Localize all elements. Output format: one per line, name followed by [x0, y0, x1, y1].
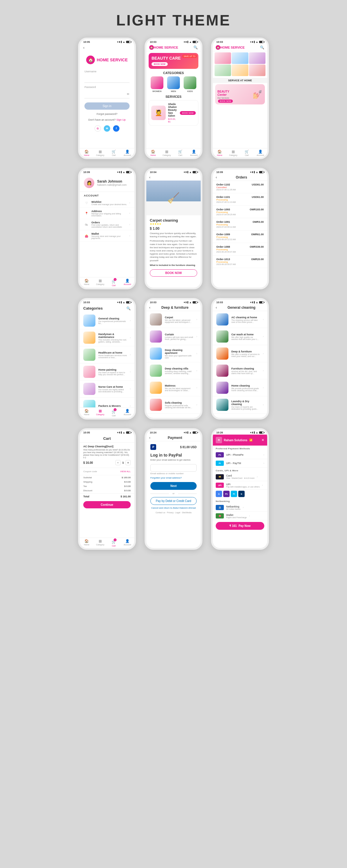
- search-icon[interactable]: 🔍: [126, 306, 131, 310]
- nav-cart[interactable]: 🛒 Cart: [174, 150, 187, 156]
- carpet-thumb: [150, 313, 162, 326]
- svc-deep-furniture[interactable]: Deep & furniture We offer a variety of s…: [213, 345, 267, 362]
- menu-orders[interactable]: 🛍 Orders Find order updates, return and …: [80, 219, 134, 230]
- next-button[interactable]: Next: [150, 482, 197, 490]
- cat-handyman[interactable]: Handyman & maintenance This includes che…: [80, 329, 134, 346]
- email-input[interactable]: [150, 464, 197, 472]
- svc-mattress[interactable]: Mattress We use the latest equipment and…: [146, 379, 201, 396]
- nav-account[interactable]: 👤 Account: [121, 150, 134, 156]
- qty-increase[interactable]: +: [126, 460, 131, 465]
- netbanking-option[interactable]: 🏦 Netbanking All Indian banks ›: [213, 503, 267, 512]
- pay-by-card-button[interactable]: Pay by Debit or Credit Card: [150, 497, 197, 505]
- cat-painting[interactable]: Home painting Our team of experts is her…: [80, 363, 134, 380]
- beauty-center-book-button[interactable]: BOOK NOW: [218, 99, 233, 103]
- category-men[interactable]: MEN: [167, 76, 180, 93]
- signal-2: [119, 171, 120, 173]
- back-arrow[interactable]: ‹: [149, 306, 150, 310]
- category-kids[interactable]: KIDS: [184, 76, 196, 93]
- signal-2: [119, 432, 120, 433]
- nav-category[interactable]: ▦ Category: [93, 150, 107, 156]
- svc-deep-apartment[interactable]: Deep cleaning apartment We clean your ap…: [146, 345, 201, 362]
- nav-cart[interactable]: 🛒 Cart: [240, 150, 254, 156]
- nav-category[interactable]: ▦ Category: [93, 279, 107, 286]
- back-arrow[interactable]: ‹: [216, 175, 217, 179]
- svc-car-wash[interactable]: Car wash at home We offer high quality c…: [213, 328, 267, 345]
- password-input[interactable]: [85, 91, 130, 98]
- order-1013[interactable]: Order-1013 Processing 2023-06-28 09:37 A…: [213, 255, 267, 268]
- nav-cart[interactable]: 🛒 1 Cart: [107, 409, 121, 416]
- order-1093[interactable]: Order-1093 Processing 2023-07-04 09:25 A…: [213, 206, 267, 218]
- qty-decrease[interactable]: −: [115, 460, 121, 465]
- npci-icon[interactable]: N: [238, 491, 245, 497]
- menu-wishlist[interactable]: ♡ Wishlist Create and manage your desire…: [80, 198, 134, 208]
- nav-home[interactable]: 🏠 Home: [80, 150, 93, 156]
- cat-general-cleaning[interactable]: General cleaning Our experienced profess…: [80, 312, 134, 329]
- svc-laundry[interactable]: Laundry & Dry cleaning Our team of exper…: [213, 396, 267, 413]
- signin-button[interactable]: Sign in: [85, 102, 130, 110]
- eye-icon[interactable]: 👁: [127, 93, 130, 96]
- order-1088[interactable]: Order-1088 Processing 2023-06-28 09:37 A…: [213, 243, 267, 255]
- nav-category[interactable]: ▦ Category: [93, 539, 107, 547]
- back-arrow[interactable]: ‹: [216, 306, 217, 310]
- nav-cart[interactable]: 🛒 1 Cart: [107, 539, 121, 547]
- back-arrow[interactable]: ‹: [149, 175, 150, 179]
- card-option[interactable]: 💳 Card Visa · MasterCard · ⊕ & 8 more ›: [213, 473, 267, 481]
- nav-cart[interactable]: 🛒 Cart: [107, 150, 121, 156]
- menu-wallet[interactable]: 👛 Wallet Securely store and manage your …: [80, 230, 134, 242]
- paytm-app-icon[interactable]: Pt: [231, 491, 237, 497]
- order-1101[interactable]: Order-1101 Processing 2023-07-06 11:13 A…: [213, 193, 267, 206]
- username-input[interactable]: [85, 76, 130, 83]
- close-button[interactable]: ✕: [261, 438, 264, 442]
- pay-now-button[interactable]: ₹ 161 Pay Now: [216, 522, 264, 530]
- order-1091[interactable]: Order-1091 Processing 2023-07-04 09:12 A…: [213, 218, 267, 230]
- paytm-option[interactable]: Pt UPI - PayTM ›: [213, 459, 267, 468]
- nav-account[interactable]: 👤 Account: [187, 150, 201, 156]
- continue-button[interactable]: Continue: [83, 501, 131, 508]
- category-women[interactable]: WOMEN: [151, 76, 163, 93]
- search-button[interactable]: 🔍: [193, 45, 198, 50]
- google-pay-icon[interactable]: G: [216, 491, 222, 497]
- nav-account[interactable]: 👤 Account: [121, 279, 134, 286]
- nav-category[interactable]: ▦ Category: [226, 150, 240, 156]
- nav-home[interactable]: 🏠 Home: [80, 539, 93, 547]
- nav-category[interactable]: ▦ Category: [93, 409, 107, 416]
- book-now-button[interactable]: BOOK NOW: [152, 62, 168, 66]
- order-1089[interactable]: Order-1089 Processing 2023-06-29 12:22 A…: [213, 230, 267, 243]
- arrow-icon: ›: [263, 462, 264, 465]
- svc-sofa[interactable]: Sofa cleaning Regular professional sofa …: [146, 396, 201, 413]
- back-arrow[interactable]: ‹: [149, 436, 150, 440]
- nav-account[interactable]: 👤 Account: [121, 409, 134, 416]
- book-now-button[interactable]: BOOK NOW: [150, 269, 197, 277]
- nav-account[interactable]: 👤 Account: [254, 150, 267, 156]
- svc-curtain[interactable]: Curtain curtains will look new and smell…: [146, 328, 201, 345]
- order-1102[interactable]: Order-1102 Cancelled 2023-07-06 11:35 AM…: [213, 181, 267, 193]
- nav-category[interactable]: ▦ Category: [160, 150, 174, 156]
- cat-healthcare[interactable]: Healthcare at home Home healthcare servi…: [80, 346, 134, 363]
- svc-carpet[interactable]: Carpet We use the latest, advanced equip…: [146, 311, 201, 328]
- phonepe-option[interactable]: Ph UPI - PhonePe ›: [213, 451, 267, 459]
- nav-home[interactable]: 🏠 Home: [80, 409, 93, 416]
- search-button[interactable]: 🔍: [260, 45, 264, 50]
- nav-home[interactable]: 🏠 Home: [213, 150, 226, 156]
- cat-packers[interactable]: Packers & Movers ›: [80, 398, 134, 407]
- upi-option[interactable]: UPI UPI Pay with installed apps, or use …: [213, 481, 267, 490]
- menu-address[interactable]: 📍 Address Manage your shipping and billi…: [80, 208, 134, 219]
- svc-furniture-cleaning[interactable]: Furniture cleaning remove all the dirt, …: [213, 362, 267, 379]
- forgotten-link[interactable]: Forgotten your email address?: [150, 476, 197, 479]
- cancel-link[interactable]: Cancel and return to Abdul Hakeem Ahmad: [150, 507, 197, 509]
- nav-home[interactable]: 🏠 Home: [80, 279, 93, 286]
- phonepe-app-icon[interactable]: Ph: [223, 491, 230, 497]
- svc-ac-cleaning[interactable]: AC cleaning at home The cleaning service…: [213, 311, 267, 328]
- service-book-button[interactable]: BOOK NOW: [180, 111, 196, 115]
- google-signin[interactable]: G: [95, 125, 101, 132]
- svc-deep-villa[interactable]: Deep cleaning villa including deep clean…: [146, 362, 201, 379]
- back-arrow[interactable]: ‹: [83, 46, 85, 50]
- facebook-signin[interactable]: f: [113, 125, 119, 132]
- nav-home[interactable]: 🏠 Home: [146, 150, 160, 156]
- wallet-option[interactable]: 👛 Wallet Paytm and Freecharge ›: [213, 512, 267, 520]
- nav-cart[interactable]: 🛒 1 Cart: [107, 279, 121, 286]
- nav-account[interactable]: 👤 Account: [121, 539, 134, 547]
- svc-home-cleaning[interactable]: Home cleaning We provide professional-gr…: [213, 379, 267, 396]
- message-signin[interactable]: ✉: [104, 125, 110, 132]
- cat-nurse[interactable]: Nurse Care at home Our nurses are highly…: [80, 380, 134, 398]
